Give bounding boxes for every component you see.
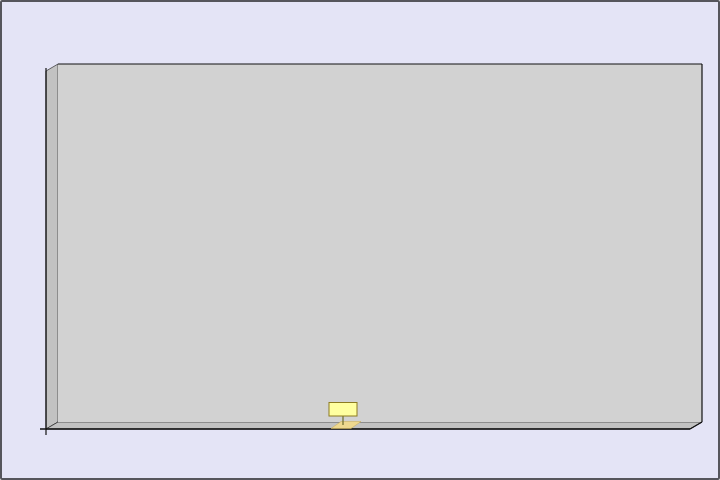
plot-area	[58, 64, 702, 422]
data-point-callout-box	[329, 403, 357, 417]
access-report-chart	[2, 2, 718, 478]
sarg-report-image	[0, 0, 720, 480]
chart-left-wall	[46, 64, 58, 429]
chart-floor	[46, 422, 702, 429]
